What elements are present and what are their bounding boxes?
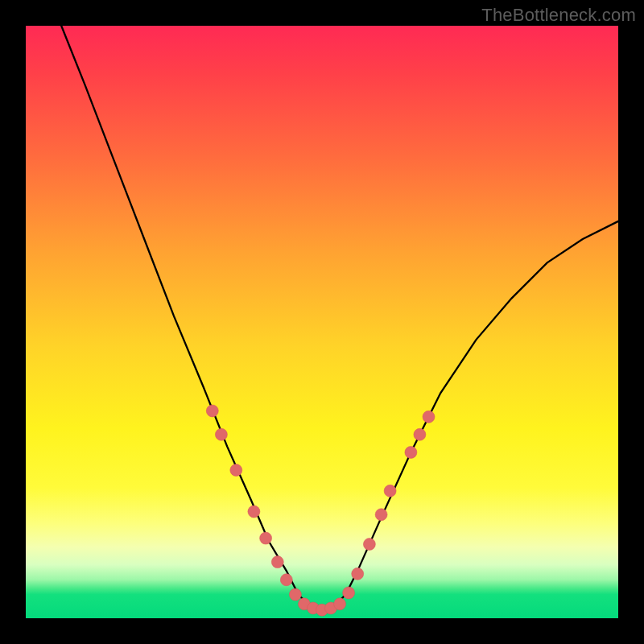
chart-svg: [26, 26, 618, 618]
curve-markers: [206, 405, 435, 616]
curve-marker: [423, 411, 435, 423]
curve-marker: [280, 574, 292, 586]
curve-marker: [375, 509, 387, 521]
curve-marker: [206, 405, 218, 417]
curve-marker: [343, 587, 355, 599]
curve-marker: [215, 428, 227, 440]
curve-marker: [384, 485, 396, 497]
watermark-text: TheBottleneck.com: [481, 5, 636, 26]
curve-marker: [334, 598, 346, 610]
curve-marker: [271, 556, 283, 568]
chart-plot-area: [26, 26, 618, 618]
curve-marker: [248, 506, 260, 518]
curve-marker: [363, 539, 375, 551]
bottleneck-curve: [61, 26, 618, 610]
curve-marker: [230, 464, 242, 477]
curve-marker: [289, 588, 301, 601]
curve-marker: [405, 446, 417, 458]
curve-marker: [414, 428, 426, 440]
curve-marker: [260, 532, 272, 544]
chart-frame: TheBottleneck.com: [0, 0, 644, 644]
curve-marker: [352, 568, 364, 580]
